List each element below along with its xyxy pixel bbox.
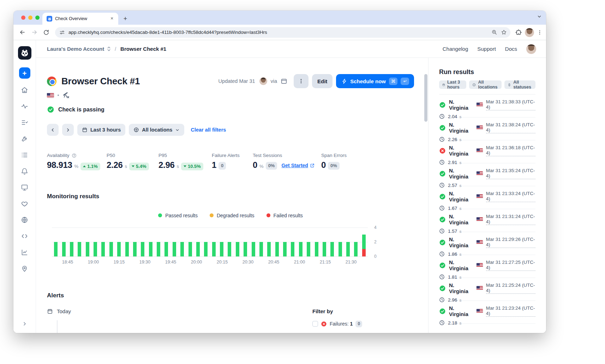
passed-bar[interactable]: [109, 242, 113, 256]
tab-close-icon[interactable]: ×: [109, 16, 115, 22]
passed-bar[interactable]: [78, 242, 81, 256]
passed-bar[interactable]: [315, 242, 318, 256]
sidebar-locations-icon[interactable]: [21, 265, 28, 272]
url-text[interactable]: app.checklyhq.com/checks/e45dacab-8de1-4…: [68, 30, 488, 35]
sidebar-home-icon[interactable]: [21, 86, 28, 94]
run-timestamp-link[interactable]: Mar 31 21:38:33 (UTC-4): [486, 99, 535, 110]
sidebar-private-locations-icon[interactable]: [21, 216, 28, 224]
run-result-row[interactable]: N. Virginia Mar 31 21:33:24 (UTC-4) 1.67…: [439, 186, 535, 209]
info-icon[interactable]: [72, 153, 77, 158]
passed-bar[interactable]: [157, 242, 160, 256]
passed-bar[interactable]: [196, 242, 200, 256]
sidebar-heartbeats-icon[interactable]: [21, 200, 28, 207]
user-avatar[interactable]: [526, 44, 536, 54]
run-timestamp-link[interactable]: Mar 31 21:36:18 (UTC-4): [486, 145, 535, 156]
more-actions-button[interactable]: [294, 74, 309, 88]
url-bar[interactable]: app.checklyhq.com/checks/e45dacab-8de1-4…: [55, 27, 510, 38]
passed-bar[interactable]: [244, 242, 247, 256]
sidebar-analytics-icon[interactable]: [21, 249, 28, 256]
run-result-row[interactable]: N. Virginia Mar 31 21:25:24 (UTC-4) 2.96…: [439, 278, 535, 301]
window-controls[interactable]: [21, 16, 40, 20]
run-timestamp-link[interactable]: Mar 31 21:27:25 (UTC-4): [486, 260, 535, 271]
passed-bar[interactable]: [149, 242, 152, 256]
scrollbar-thumb[interactable]: [424, 74, 427, 122]
passed-bar[interactable]: [204, 242, 208, 256]
passed-bar[interactable]: [94, 242, 97, 256]
run-timestamp-link[interactable]: Mar 31 21:31:24 (UTC-4): [486, 214, 535, 225]
passed-bar[interactable]: [291, 242, 294, 256]
minimize-window-button[interactable]: [28, 16, 32, 20]
time-range-filter[interactable]: Last 3 hours: [77, 124, 125, 136]
passed-bar[interactable]: [283, 242, 287, 256]
passed-bar[interactable]: [180, 242, 184, 256]
sidebar-expand-chevron[interactable]: [22, 321, 28, 327]
zoom-icon[interactable]: [491, 29, 497, 35]
sidebar-groups-icon[interactable]: [21, 151, 28, 159]
nav-changelog-link[interactable]: Changelog: [443, 46, 468, 52]
nav-docs-link[interactable]: Docs: [505, 46, 517, 52]
passed-bar[interactable]: [70, 242, 73, 256]
new-tab-button[interactable]: +: [120, 14, 130, 24]
passed-bar[interactable]: [125, 242, 129, 256]
browser-menu-icon[interactable]: [537, 30, 543, 35]
run-result-row[interactable]: N. Virginia Mar 31 21:29:26 (UTC-4) 1.86…: [439, 232, 535, 255]
run-result-row[interactable]: N. Virginia Mar 31 21:31:24 (UTC-4) 1.57…: [439, 209, 535, 232]
run-timestamp-link[interactable]: Mar 31 21:25:24 (UTC-4): [486, 283, 535, 294]
passed-bar[interactable]: [220, 242, 223, 256]
passed-bar[interactable]: [267, 242, 271, 256]
nav-support-link[interactable]: Support: [477, 46, 496, 52]
run-result-row[interactable]: N. Virginia Mar 31 21:23:24 (UTC-4) 2.18…: [439, 301, 535, 324]
run-result-row[interactable]: N. Virginia Mar 31 21:35:24 (UTC-4) 2.57…: [439, 163, 535, 186]
passed-bar[interactable]: [346, 242, 350, 256]
passed-bar[interactable]: [62, 242, 66, 256]
checkly-logo[interactable]: [18, 46, 31, 60]
passed-bar[interactable]: [252, 242, 255, 256]
sidebar-runtimes-icon[interactable]: [21, 232, 28, 240]
close-window-button[interactable]: [21, 16, 25, 20]
forward-button[interactable]: [29, 27, 40, 38]
sidebar-dashboards-icon[interactable]: [21, 184, 28, 191]
passed-bar[interactable]: [164, 242, 168, 256]
site-settings-icon[interactable]: [59, 30, 65, 35]
tab-search-chevron-icon[interactable]: [537, 14, 542, 19]
run-timestamp-link[interactable]: Mar 31 21:33:24 (UTC-4): [486, 191, 535, 202]
sidebar-alerts-bell-icon[interactable]: [21, 168, 28, 175]
back-button[interactable]: [17, 27, 28, 38]
passed-bar[interactable]: [188, 242, 192, 256]
passed-bar[interactable]: [101, 242, 105, 256]
run-timestamp-link[interactable]: Mar 31 21:23:24 (UTC-4): [486, 305, 535, 317]
run-timestamp-link[interactable]: Mar 31 21:38:24 (UTC-4): [486, 122, 535, 133]
passed-bar[interactable]: [275, 242, 279, 256]
passed-bar[interactable]: [236, 242, 239, 256]
passed-bar[interactable]: [307, 242, 310, 256]
passed-bar[interactable]: [299, 242, 302, 256]
failures-checkbox[interactable]: [312, 321, 318, 327]
schedule-now-button[interactable]: Schedule now ⌘: [336, 74, 414, 88]
browser-tab[interactable]: Check Overview ×: [42, 13, 118, 25]
passed-bar[interactable]: [86, 242, 89, 256]
passed-bar[interactable]: [133, 242, 137, 256]
extensions-icon[interactable]: [515, 29, 522, 36]
run-result-row[interactable]: N. Virginia Mar 31 21:36:18 (UTC-4) 2.91…: [439, 140, 535, 163]
get-started-link[interactable]: Get Started: [281, 163, 314, 168]
account-switch-icon[interactable]: [107, 46, 111, 51]
locations-filter[interactable]: All locations: [129, 124, 184, 136]
prev-range-button[interactable]: [47, 124, 59, 136]
passed-bar[interactable]: [323, 242, 326, 256]
reload-button[interactable]: [41, 27, 52, 38]
clear-all-filters-link[interactable]: Clear all filters: [191, 127, 226, 133]
bookmark-star-icon[interactable]: [501, 29, 507, 35]
passed-bar[interactable]: [339, 242, 342, 256]
create-new-button[interactable]: +: [19, 67, 30, 79]
passed-bar[interactable]: [354, 242, 358, 256]
passed-bar[interactable]: [228, 242, 231, 256]
monitoring-chart[interactable]: 024 18:4519:0019:1519:3019:4520:0020:152…: [52, 228, 384, 267]
next-range-button[interactable]: [62, 124, 74, 136]
run-result-row[interactable]: N. Virginia Mar 31 21:27:25 (UTC-4) 1.81…: [439, 255, 535, 278]
run-result-row[interactable]: N. Virginia Mar 31 21:38:24 (UTC-4) 2.26…: [439, 117, 535, 140]
passed-bar[interactable]: [362, 235, 366, 249]
passed-bar[interactable]: [173, 242, 176, 256]
failed-bar[interactable]: [362, 249, 366, 256]
run-timestamp-link[interactable]: Mar 31 21:35:24 (UTC-4): [486, 168, 535, 179]
passed-bar[interactable]: [54, 242, 58, 256]
